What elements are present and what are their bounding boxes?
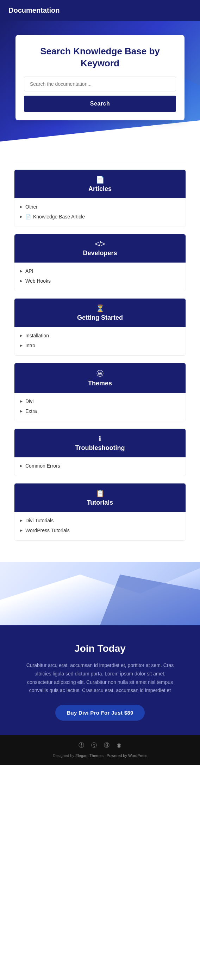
category-title-developers: Developers [22, 250, 178, 257]
category-troubleshooting: ℹTroubleshootingCommon Errors [14, 428, 186, 476]
footer-credit: Designed by Elegant Themes | Powered by … [7, 753, 193, 758]
wordpress-link[interactable]: WordPress [128, 753, 147, 758]
list-item[interactable]: API [20, 266, 180, 276]
category-items-developers: APIWeb Hooks [14, 262, 186, 291]
item-label: Knowledge Base Article [33, 214, 85, 220]
social-links: ⓕⓣⓖ◉ [7, 742, 193, 749]
category-header-troubleshooting[interactable]: ℹTroubleshooting [14, 429, 186, 457]
list-item[interactable]: Divi Tutorials [20, 515, 180, 525]
category-items-articles: Other📄Knowledge Base Article [14, 198, 186, 227]
list-item[interactable]: WordPress Tutorials [20, 525, 180, 535]
category-getting-started: ⏳Getting StartedInstallationIntro [14, 298, 186, 356]
hero-section: Search Knowledge Base by Keyword Search [0, 21, 200, 148]
search-card: Search Knowledge Base by Keyword Search [16, 35, 184, 120]
category-header-tutorials[interactable]: 📋Tutorials [14, 484, 186, 512]
item-label: Divi Tutorials [25, 518, 54, 523]
item-label: Extra [25, 408, 37, 414]
site-title: Documentation [8, 6, 60, 14]
list-item[interactable]: Installation [20, 331, 180, 340]
code-icon: </> [22, 240, 178, 248]
category-developers: </>DevelopersAPIWeb Hooks [14, 234, 186, 291]
join-title: Join Today [14, 643, 186, 654]
item-label: API [25, 268, 33, 274]
category-header-getting-started[interactable]: ⏳Getting Started [14, 299, 186, 327]
hourglass-icon: ⏳ [22, 304, 178, 313]
category-header-developers[interactable]: </>Developers [14, 234, 186, 262]
list-item[interactable]: Extra [20, 406, 180, 416]
list-item[interactable]: Other [20, 202, 180, 212]
category-title-getting-started: Getting Started [22, 314, 178, 321]
item-label: Web Hooks [25, 278, 51, 284]
category-items-tutorials: Divi TutorialsWordPress Tutorials [14, 512, 186, 540]
category-header-articles[interactable]: 📄Articles [14, 170, 186, 198]
divider [14, 162, 186, 162]
category-articles: 📄ArticlesOther📄Knowledge Base Article [14, 169, 186, 227]
decorative-shapes-section [0, 562, 200, 625]
category-tutorials: 📋TutorialsDivi TutorialsWordPress Tutori… [14, 483, 186, 541]
category-title-troubleshooting: Troubleshooting [22, 444, 178, 452]
item-label: Intro [25, 343, 35, 348]
item-label: WordPress Tutorials [25, 528, 70, 533]
category-items-getting-started: InstallationIntro [14, 327, 186, 355]
item-label: Installation [25, 333, 49, 339]
list-item[interactable]: 📄Knowledge Base Article [20, 212, 180, 222]
category-title-themes: Themes [22, 380, 178, 387]
join-section: Join Today Curabitur arcu erat, accumsan… [0, 625, 200, 735]
category-title-tutorials: Tutorials [22, 499, 178, 506]
list-item[interactable]: Web Hooks [20, 276, 180, 286]
twitter-icon[interactable]: ⓣ [91, 742, 97, 749]
category-title-articles: Articles [22, 185, 178, 192]
category-items-troubleshooting: Common Errors [14, 457, 186, 476]
list-item[interactable]: Intro [20, 340, 180, 350]
category-items-themes: DiviExtra [14, 393, 186, 421]
document-icon: 📄 [22, 175, 178, 184]
elegant-themes-link[interactable]: Elegant Themes [76, 753, 104, 758]
main-content: 📄ArticlesOther📄Knowledge Base Article</>… [0, 148, 200, 562]
rss-icon[interactable]: ◉ [117, 742, 121, 749]
join-description: Curabitur arcu erat, accumsan id imperdi… [22, 661, 178, 695]
item-label: Divi [25, 398, 33, 404]
category-header-themes[interactable]: ⓌThemes [14, 363, 186, 393]
item-label: Common Errors [25, 463, 60, 469]
search-button[interactable]: Search [24, 95, 176, 112]
google-plus-icon[interactable]: ⓖ [104, 742, 110, 749]
item-label: Other [25, 204, 38, 210]
join-button[interactable]: Buy Divi Pro For Just $89 [55, 705, 144, 721]
list-icon: 📋 [22, 489, 178, 498]
info-icon: ℹ [22, 434, 178, 443]
facebook-icon[interactable]: ⓕ [79, 742, 84, 749]
search-input[interactable] [24, 76, 176, 91]
document-item-icon: 📄 [25, 214, 31, 220]
site-header: Documentation [0, 0, 200, 21]
list-item[interactable]: Divi [20, 396, 180, 406]
site-footer: ⓕⓣⓖ◉ Designed by Elegant Themes | Powere… [0, 735, 200, 765]
category-themes: ⓌThemesDiviExtra [14, 363, 186, 422]
wordpress-icon: Ⓦ [22, 369, 178, 378]
categories-container: 📄ArticlesOther📄Knowledge Base Article</>… [14, 169, 186, 541]
list-item[interactable]: Common Errors [20, 461, 180, 471]
search-heading: Search Knowledge Base by Keyword [24, 46, 176, 70]
